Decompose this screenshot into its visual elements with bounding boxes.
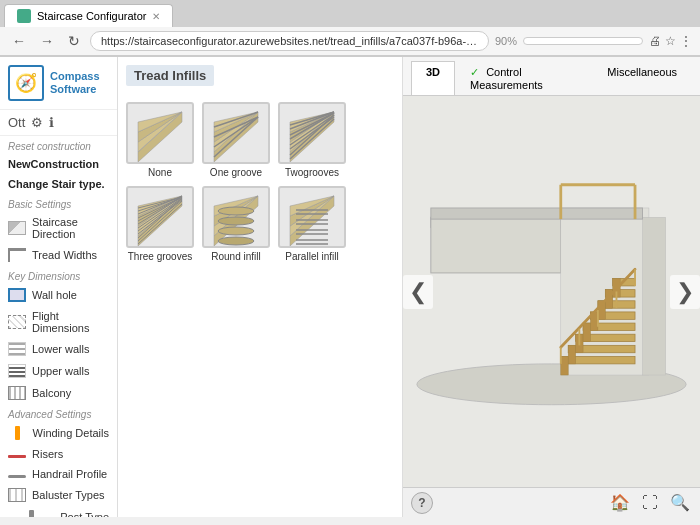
sidebar-item-post-type[interactable]: Post Type — [0, 506, 117, 517]
ott-icon[interactable]: Ott — [8, 115, 25, 130]
handrail-icon — [8, 475, 26, 478]
infill-two-grooves-label: Twogrooves — [285, 167, 339, 178]
key-dimensions-label: Key Dimensions — [0, 266, 117, 284]
advanced-settings-label: Advanced Settings — [0, 404, 117, 422]
nav-arrow-right[interactable]: ❯ — [670, 275, 700, 309]
infill-one-groove-svg — [204, 104, 268, 162]
infill-parallel-thumb[interactable] — [278, 186, 346, 248]
sidebar-item-baluster-types[interactable]: Baluster Types — [0, 484, 117, 506]
infill-parallel[interactable]: Parallel infill — [278, 186, 346, 262]
help-button[interactable]: ? — [411, 492, 433, 514]
bottom-toolbar: ? 🏠 ⛶ 🔍 — [403, 487, 700, 517]
svg-rect-65 — [642, 217, 665, 375]
active-tab[interactable]: Staircase Configurator ✕ — [4, 4, 173, 27]
infill-round-thumb[interactable] — [202, 186, 270, 248]
main-content: Tread Infills — [118, 57, 700, 517]
infill-three-grooves-label: Three grooves — [128, 251, 192, 262]
sidebar-top-icons: Ott ⚙ ℹ — [0, 110, 117, 136]
infill-three-grooves-thumb[interactable] — [126, 186, 194, 248]
sidebar-item-staircase-direction[interactable]: Staircase Direction — [0, 212, 117, 244]
lower-wall-icon — [8, 342, 26, 356]
tread-width-icon — [8, 248, 26, 262]
sidebar-item-wall-hole[interactable]: Wall hole — [0, 284, 117, 306]
infill-two-grooves[interactable]: Twogrooves — [278, 102, 346, 178]
refresh-button[interactable]: ↻ — [64, 31, 84, 51]
infill-round[interactable]: Round infill — [202, 186, 270, 262]
basic-settings-label: Basic Settings — [0, 194, 117, 212]
infill-round-label: Round infill — [211, 251, 260, 262]
svg-point-44 — [218, 227, 254, 235]
baluster-icon — [8, 488, 26, 502]
svg-point-42 — [218, 237, 254, 245]
infill-two-grooves-thumb[interactable] — [278, 102, 346, 164]
print-icon[interactable]: 🖨 — [649, 34, 661, 48]
back-button[interactable]: ← — [8, 31, 30, 51]
svg-rect-75 — [561, 356, 568, 375]
svg-point-46 — [218, 217, 254, 225]
infill-none-svg — [128, 104, 192, 162]
infill-round-svg — [204, 188, 268, 246]
tab-title: Staircase Configurator — [37, 10, 146, 22]
infill-one-groove-label: One groove — [210, 167, 262, 178]
infill-parallel-svg — [280, 188, 344, 246]
balcony-icon — [8, 386, 26, 400]
settings-icon[interactable]: ⚙ — [31, 115, 43, 130]
tab-bar: Staircase Configurator ✕ — [0, 0, 700, 27]
new-construction-label: NewConstruction — [8, 158, 99, 170]
sidebar-item-risers[interactable]: Risers — [0, 444, 117, 464]
stair-direction-icon — [8, 221, 26, 235]
reset-label: Reset construction — [0, 136, 117, 154]
sidebar-item-lower-walls[interactable]: Lower walls — [0, 338, 117, 360]
new-construction-button[interactable]: NewConstruction — [0, 154, 117, 174]
app-container: 🧭 Compass Software Ott ⚙ ℹ Reset constru… — [0, 57, 700, 517]
content-split: Tread Infills — [118, 57, 700, 517]
infill-none-thumb[interactable] — [126, 102, 194, 164]
toolbar-right-icons: 🏠 ⛶ 🔍 — [608, 491, 692, 514]
address-bar[interactable]: https://staircaseconfigurator.azurewebsi… — [90, 31, 489, 51]
tab-miscellaneous[interactable]: Miscellaneous — [592, 61, 692, 95]
stair-3d-svg — [403, 96, 700, 487]
infill-grid: None — [126, 102, 394, 262]
sidebar-item-balcony[interactable]: Balcony — [0, 382, 117, 404]
sidebar-item-handrail-profile[interactable]: Handrail Profile — [0, 464, 117, 484]
sidebar: 🧭 Compass Software Ott ⚙ ℹ Reset constru… — [0, 57, 118, 517]
infill-none[interactable]: None — [126, 102, 194, 178]
tab-3d[interactable]: 3D — [411, 61, 455, 95]
forward-button[interactable]: → — [36, 31, 58, 51]
infill-three-grooves[interactable]: Three grooves — [126, 186, 194, 262]
svg-rect-76 — [568, 345, 575, 364]
svg-rect-66 — [431, 208, 643, 219]
bookmark-icon[interactable]: ☆ — [665, 34, 676, 48]
tab-favicon — [17, 9, 31, 23]
panel-title: Tread Infills — [126, 65, 214, 86]
wall-hole-icon — [8, 288, 26, 302]
sidebar-item-flight-dimensions[interactable]: Flight Dimensions — [0, 306, 117, 338]
right-panel: 3D ✓ Control Measurements Miscellaneous … — [403, 57, 700, 517]
infill-two-grooves-svg — [280, 104, 344, 162]
infill-none-label: None — [148, 167, 172, 178]
sidebar-item-tread-widths[interactable]: Tread Widths — [0, 244, 117, 266]
info-icon[interactable]: ℹ — [49, 115, 54, 130]
riser-icon — [8, 455, 26, 458]
svg-rect-63 — [431, 217, 561, 273]
browser-nav-icons: 🖨 ☆ ⋮ — [649, 34, 692, 48]
menu-icon[interactable]: ⋮ — [680, 34, 692, 48]
check-icon: ✓ — [470, 66, 479, 78]
svg-point-48 — [218, 207, 254, 215]
search-button[interactable]: 🔍 — [668, 491, 692, 514]
post-icon — [29, 510, 34, 517]
infill-one-groove-thumb[interactable] — [202, 102, 270, 164]
change-stair-button[interactable]: Change Stair type. — [0, 174, 117, 194]
upper-wall-icon — [8, 364, 26, 378]
tab-control-measurements[interactable]: ✓ Control Measurements — [455, 61, 592, 95]
fullscreen-button[interactable]: ⛶ — [640, 492, 660, 514]
search-input[interactable] — [523, 37, 643, 45]
infill-one-groove[interactable]: One groove — [202, 102, 270, 178]
sidebar-item-winding-details[interactable]: Winding Details — [0, 422, 117, 444]
home-button[interactable]: 🏠 — [608, 491, 632, 514]
sidebar-item-upper-walls[interactable]: Upper walls — [0, 360, 117, 382]
tab-close-button[interactable]: ✕ — [152, 11, 160, 22]
infill-three-grooves-svg — [128, 188, 192, 246]
view-tabs: 3D ✓ Control Measurements Miscellaneous — [403, 57, 700, 96]
svg-rect-78 — [583, 323, 590, 342]
